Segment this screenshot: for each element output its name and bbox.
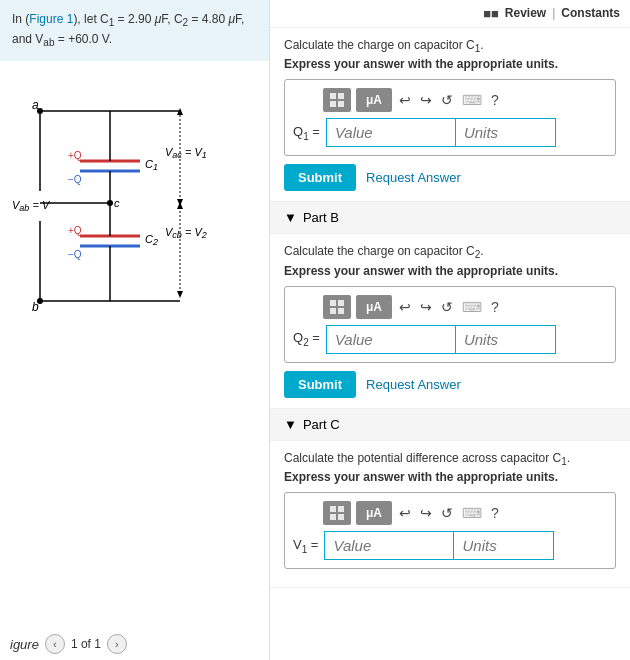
redo-button[interactable]: ↪ [418, 92, 434, 108]
part-b-help-button[interactable]: ? [489, 299, 501, 315]
part-a-submit-button[interactable]: Submit [284, 164, 356, 191]
svg-rect-42 [338, 308, 344, 314]
part-b-section: Calculate the charge on capacitor C2. Ex… [270, 234, 630, 408]
svg-rect-35 [330, 93, 336, 99]
problem-text: In (Figure 1), let C1 = 2.90 μF, C2 = 4.… [0, 0, 269, 61]
part-a-btn-row: Submit Request Answer [284, 164, 616, 191]
constants-link[interactable]: Constants [561, 6, 620, 21]
svg-text:C2: C2 [145, 233, 158, 247]
help-button[interactable]: ? [489, 92, 501, 108]
svg-rect-38 [338, 101, 344, 107]
figure-area: a b Vab = V + [0, 61, 269, 660]
part-c-keyboard-button[interactable]: ⌨ [460, 505, 484, 521]
svg-text:b: b [32, 300, 39, 311]
part-b-btn-row: Submit Request Answer [284, 371, 616, 398]
svg-text:+Q: +Q [68, 225, 82, 236]
part-b-keyboard-button[interactable]: ⌨ [460, 299, 484, 315]
svg-marker-34 [177, 202, 183, 209]
part-c-answer-box: μA ↩ ↪ ↺ ⌨ ? V1 = [284, 492, 616, 569]
grid-tool-button[interactable] [323, 88, 351, 112]
part-b-request-answer-link[interactable]: Request Answer [366, 377, 461, 392]
separator: | [552, 6, 555, 21]
left-panel: In (Figure 1), let C1 = 2.90 μF, C2 = 4.… [0, 0, 270, 660]
part-b-arrow-icon: ▼ [284, 210, 297, 225]
circuit-diagram: a b Vab = V + [10, 91, 255, 311]
part-c-help-button[interactable]: ? [489, 505, 501, 521]
part-a-input-label: Q1 = [293, 124, 326, 142]
part-b-refresh-button[interactable]: ↺ [439, 299, 455, 315]
svg-rect-41 [330, 308, 336, 314]
prev-page-button[interactable]: ‹ [45, 634, 65, 654]
part-c-section: Calculate the potential difference acros… [270, 441, 630, 588]
part-a-instruction: Calculate the charge on capacitor C1. [284, 38, 616, 54]
figure-label: igure [10, 637, 39, 652]
part-c-instruction-bold: Express your answer with the appropriate… [284, 470, 616, 484]
part-b-instruction-bold: Express your answer with the appropriate… [284, 264, 616, 278]
part-a-input-row: Q1 = [293, 118, 607, 147]
part-b-units-input[interactable] [456, 325, 556, 354]
part-b-submit-button[interactable]: Submit [284, 371, 356, 398]
part-b-mu-button[interactable]: μA [356, 295, 392, 319]
part-a-section: Calculate the charge on capacitor C1. Ex… [270, 28, 630, 202]
svg-text:Vcb = V2: Vcb = V2 [165, 226, 207, 240]
part-c-redo-button[interactable]: ↪ [418, 505, 434, 521]
part-c-undo-button[interactable]: ↩ [397, 505, 413, 521]
part-b-instruction: Calculate the charge on capacitor C2. [284, 244, 616, 260]
part-b-input-row: Q2 = [293, 325, 607, 354]
refresh-button[interactable]: ↺ [439, 92, 455, 108]
part-b-value-input[interactable] [326, 325, 456, 354]
part-a-request-answer-link[interactable]: Request Answer [366, 170, 461, 185]
part-a-units-input[interactable] [456, 118, 556, 147]
part-b-input-label: Q2 = [293, 330, 326, 348]
part-c-refresh-button[interactable]: ↺ [439, 505, 455, 521]
part-b-grid-tool-button[interactable] [323, 295, 351, 319]
part-c-mu-button[interactable]: μA [356, 501, 392, 525]
svg-rect-43 [330, 506, 336, 512]
svg-rect-40 [338, 300, 344, 306]
part-c-value-input[interactable] [324, 531, 454, 560]
svg-text:c: c [114, 197, 120, 209]
part-a-instruction-bold: Express your answer with the appropriate… [284, 57, 616, 71]
svg-text:−Q: −Q [68, 249, 82, 260]
part-b-header[interactable]: ▼ Part B [270, 202, 630, 234]
svg-text:−Q: −Q [68, 174, 82, 185]
svg-rect-37 [330, 101, 336, 107]
part-a-toolbar: μA ↩ ↪ ↺ ⌨ ? [293, 88, 607, 112]
page-indicator: 1 of 1 [71, 637, 101, 651]
svg-marker-33 [177, 291, 183, 298]
part-c-arrow-icon: ▼ [284, 417, 297, 432]
svg-rect-44 [338, 506, 344, 512]
top-links: ■■ Review | Constants [270, 0, 630, 28]
keyboard-button[interactable]: ⌨ [460, 92, 484, 108]
part-c-units-input[interactable] [454, 531, 554, 560]
svg-rect-39 [330, 300, 336, 306]
review-link[interactable]: Review [505, 6, 546, 21]
part-b-redo-button[interactable]: ↪ [418, 299, 434, 315]
svg-text:Vab = V: Vab = V [12, 199, 51, 213]
part-c-toolbar: μA ↩ ↪ ↺ ⌨ ? [293, 501, 607, 525]
part-c-instruction: Calculate the potential difference acros… [284, 451, 616, 467]
svg-text:C1: C1 [145, 158, 158, 172]
svg-rect-46 [338, 514, 344, 520]
part-b-answer-box: μA ↩ ↪ ↺ ⌨ ? Q2 = [284, 286, 616, 363]
figure-link[interactable]: Figure 1 [29, 12, 73, 26]
svg-text:+Q: +Q [68, 150, 82, 161]
part-c-input-label: V1 = [293, 537, 324, 555]
part-b-undo-button[interactable]: ↩ [397, 299, 413, 315]
book-icon: ■■ [483, 6, 499, 21]
part-c-input-row: V1 = [293, 531, 607, 560]
svg-text:Vac = V1: Vac = V1 [165, 146, 207, 160]
part-c-label: Part C [303, 417, 340, 432]
mu-button[interactable]: μA [356, 88, 392, 112]
part-c-grid-tool-button[interactable] [323, 501, 351, 525]
svg-text:a: a [32, 98, 39, 112]
part-a-value-input[interactable] [326, 118, 456, 147]
undo-button[interactable]: ↩ [397, 92, 413, 108]
part-b-label: Part B [303, 210, 339, 225]
svg-rect-36 [338, 93, 344, 99]
next-page-button[interactable]: › [107, 634, 127, 654]
part-b-toolbar: μA ↩ ↪ ↺ ⌨ ? [293, 295, 607, 319]
right-panel: ■■ Review | Constants Calculate the char… [270, 0, 630, 660]
svg-rect-45 [330, 514, 336, 520]
part-c-header[interactable]: ▼ Part C [270, 409, 630, 441]
